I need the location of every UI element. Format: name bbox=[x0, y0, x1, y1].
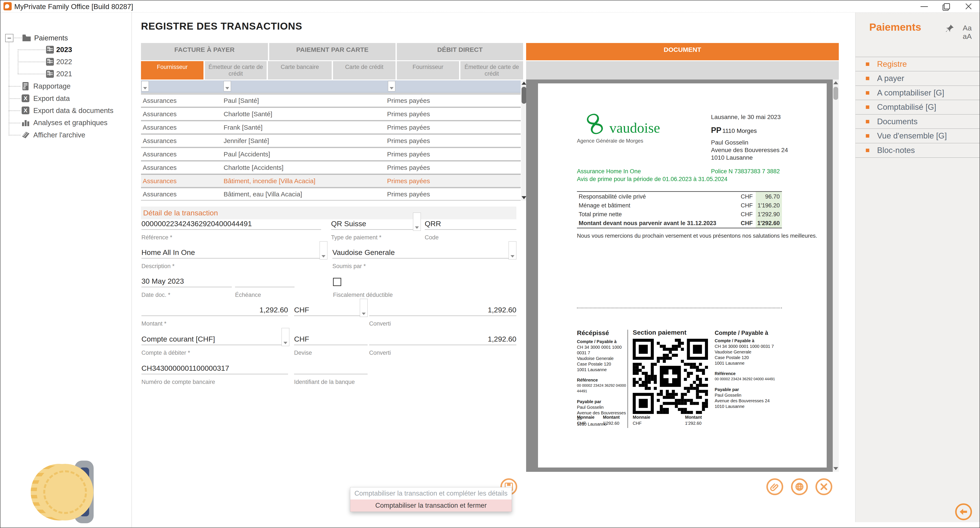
scrollbar-thumb[interactable] bbox=[834, 87, 838, 100]
column-header-fournisseur-2[interactable]: Fournisseur bbox=[397, 61, 459, 79]
amount-currency-dropdown[interactable] bbox=[360, 299, 368, 317]
panel-item-a-payer[interactable]: A payer bbox=[856, 71, 980, 86]
filter-dropdown-fournisseur[interactable] bbox=[142, 81, 149, 91]
receipt-amount-label: Montant bbox=[603, 414, 620, 420]
code-field[interactable]: QRR bbox=[425, 219, 516, 230]
tree-item-2022[interactable]: 2022 bbox=[56, 58, 72, 66]
pin-icon[interactable] bbox=[945, 24, 955, 33]
close-button[interactable] bbox=[962, 2, 975, 11]
font-larger-button[interactable]: aA bbox=[963, 32, 972, 40]
bank-id-field[interactable] bbox=[294, 363, 368, 374]
column-header-carte-credit[interactable]: Carte de crédit bbox=[333, 61, 396, 79]
panel-item-a-comptabiliser[interactable]: A comptabiliser [G] bbox=[856, 86, 980, 100]
account-label: Compte / Payable à bbox=[715, 338, 784, 344]
account-currency-field[interactable]: CHF bbox=[294, 334, 368, 345]
recipient-city: 1010 Lausanne bbox=[711, 154, 753, 161]
doc-date-field[interactable]: 30 May 2023 bbox=[142, 276, 232, 287]
column-header-emetteur[interactable]: Émetteur de carte de crédit bbox=[205, 61, 267, 79]
panel-item-vue-densemble[interactable]: Vue d'ensemble [G] bbox=[856, 128, 980, 143]
due-date-field[interactable] bbox=[235, 276, 294, 287]
payment-amount-label: Montant bbox=[685, 414, 702, 420]
converted2-field[interactable]: 1,292.60 bbox=[369, 334, 516, 345]
amount-row-value: 1'196.20 bbox=[757, 202, 780, 209]
amount-field[interactable]: 1,292.60 bbox=[142, 305, 288, 316]
converted-field[interactable]: 1,292.60 bbox=[369, 305, 516, 316]
restore-button[interactable] bbox=[939, 2, 952, 11]
table-row[interactable]: Assurances Jennifer [Santé] Primes payée… bbox=[141, 133, 521, 147]
table-row[interactable]: Assurances Paul [Santé] Primes payées bbox=[141, 94, 521, 107]
group-header-facture[interactable]: FACTURE À PAYER bbox=[141, 43, 268, 60]
payment-type-dropdown[interactable] bbox=[413, 212, 421, 231]
popup-item-close[interactable]: Comptabiliser la transaction et fermer bbox=[350, 499, 512, 512]
group-header-document[interactable]: DOCUMENT bbox=[526, 43, 839, 60]
filter-dropdown-description[interactable] bbox=[224, 81, 231, 91]
column-header-carte-bancaire[interactable]: Carte bancaire bbox=[268, 61, 332, 79]
group-header-carte[interactable]: PAIEMENT PAR CARTE bbox=[269, 43, 396, 60]
submitted-by-dropdown[interactable] bbox=[509, 241, 516, 260]
tree-item-export-data-documents[interactable]: Export data & documents bbox=[33, 106, 113, 115]
table-row[interactable]: Assurances Paul [Accidents] Primes payée… bbox=[141, 147, 521, 160]
scroll-up-icon[interactable] bbox=[522, 82, 526, 85]
tree-collapse-toggle[interactable] bbox=[5, 34, 13, 42]
scroll-down-icon[interactable] bbox=[834, 467, 838, 470]
debit-account-field[interactable]: Compte courant [CHF] bbox=[142, 334, 290, 345]
document-scrollbar[interactable] bbox=[833, 79, 839, 472]
chevron-down-icon bbox=[362, 312, 366, 315]
description-field[interactable]: Home All In One bbox=[142, 247, 328, 258]
filter-row bbox=[141, 80, 521, 93]
tree-item-rapportage[interactable]: Rapportage bbox=[33, 82, 70, 90]
cancel-button[interactable] bbox=[815, 478, 832, 495]
payer-name: Paul Gosselin bbox=[715, 392, 784, 398]
cell-fournisseur: Assurances bbox=[141, 110, 224, 118]
reference-label: Référence * bbox=[142, 234, 172, 241]
cell-description: Charlotte [Santé] bbox=[224, 110, 387, 118]
table-row[interactable]: Assurances Charlotte [Santé] Primes payé… bbox=[141, 107, 521, 120]
tree-item-analyses[interactable]: Analyses et graphiques bbox=[33, 119, 107, 127]
scrollbar-thumb[interactable] bbox=[522, 87, 526, 104]
panel-item-registre[interactable]: Registre bbox=[856, 57, 980, 71]
table-row[interactable]: Assurances Frank [Santé] Primes payées bbox=[141, 120, 521, 133]
payment-type-field[interactable]: QR Suisse bbox=[331, 219, 421, 230]
bank-account-field[interactable]: CH3430000001100000317 bbox=[142, 363, 288, 374]
font-smaller-button[interactable]: Aa bbox=[963, 24, 972, 32]
group-header-debit[interactable]: DÉBIT DIRECT bbox=[397, 43, 523, 60]
tree-item-archive[interactable]: Afficher l'archive bbox=[33, 131, 85, 139]
amount-currency-field[interactable]: CHF bbox=[294, 305, 368, 316]
tax-deductible-checkbox[interactable] bbox=[333, 278, 341, 286]
tree-item-paiements[interactable]: Paiements bbox=[34, 34, 68, 42]
column-header-fournisseur[interactable]: Fournisseur bbox=[141, 61, 204, 79]
minimize-button[interactable] bbox=[918, 2, 931, 11]
cell-description: Bâtiment, incendie [Villa Acacia] bbox=[224, 178, 387, 185]
submitted-by-label: Soumis par * bbox=[332, 263, 366, 270]
tree-item-export-data[interactable]: Export data bbox=[33, 94, 70, 103]
panel-item-comptabilise[interactable]: Comptabilisé [G] bbox=[856, 100, 980, 114]
cell-statut: Primes payées bbox=[387, 124, 517, 131]
policy-subtitle: Avis de prime pour la période de 01.06.2… bbox=[577, 176, 727, 182]
font-size-controls[interactable]: Aa aA bbox=[963, 24, 980, 41]
web-button[interactable] bbox=[791, 478, 808, 495]
column-header-emetteur-2[interactable]: Émetteur de carte de crédit bbox=[460, 61, 523, 79]
attach-button[interactable] bbox=[766, 478, 783, 495]
debit-account-dropdown[interactable] bbox=[282, 328, 290, 346]
popup-item-complete-details[interactable]: Comptabiliser la transaction et compléte… bbox=[350, 487, 512, 499]
scroll-up-icon[interactable] bbox=[834, 81, 838, 84]
payment-amount: 1'292.60 bbox=[685, 420, 702, 426]
filter-dropdown-statut[interactable] bbox=[388, 81, 395, 91]
creditor-iban: CH 34 3000 0001 1000 0031 7 bbox=[715, 344, 784, 349]
panel-item-documents[interactable]: Documents bbox=[856, 114, 980, 129]
scroll-down-icon[interactable] bbox=[522, 196, 526, 199]
reference-field[interactable]: 000000223424362920400044491 bbox=[142, 219, 321, 230]
tree-item-2023[interactable]: 2023 bbox=[56, 46, 72, 54]
back-button[interactable] bbox=[955, 503, 972, 520]
tree-item-2021[interactable]: 2021 bbox=[56, 70, 72, 78]
panel-item-bloc-notes[interactable]: Bloc-notes bbox=[856, 143, 980, 158]
tree-connector bbox=[9, 41, 9, 135]
table-row-selected[interactable]: Assurances Bâtiment, incendie [Villa Aca… bbox=[141, 174, 521, 187]
tree-connector bbox=[9, 123, 20, 124]
table-row[interactable]: Assurances Bâtiment, eau [Villa Acacia] … bbox=[141, 187, 521, 200]
table-row[interactable]: Assurances Charlotte [Accidents] Primes … bbox=[141, 160, 521, 174]
submitted-by-field[interactable]: Vaudoise Generale bbox=[332, 247, 516, 258]
policy-title: Assurance Home In One bbox=[577, 168, 641, 175]
description-dropdown[interactable] bbox=[320, 241, 328, 260]
panel-title: Paiements bbox=[869, 21, 921, 33]
